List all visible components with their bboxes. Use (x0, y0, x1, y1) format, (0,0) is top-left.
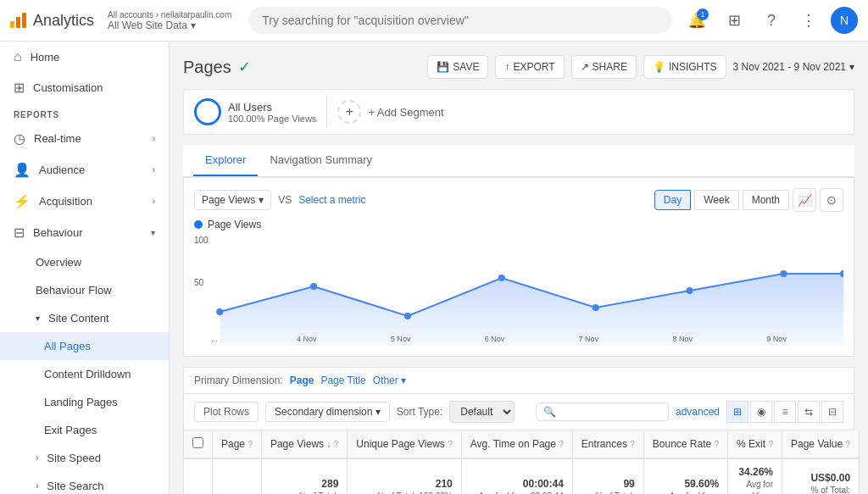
search-input[interactable] (248, 7, 672, 34)
sidebar-item-label: Home (31, 51, 60, 64)
account-selector[interactable]: All accounts › nellaitarpaulin.com All W… (108, 10, 231, 31)
svg-point-1 (310, 283, 317, 290)
table-search-input[interactable] (559, 406, 661, 418)
realtime-icon: ◷ (14, 130, 25, 147)
tab-navigation-summary[interactable]: Navigation Summary (258, 145, 384, 176)
chevron-down-icon: ▾ (151, 228, 155, 237)
sidebar-item-behaviour-flow[interactable]: Behaviour Flow (0, 276, 169, 304)
segment-info: All Users 100.00% Page Views (228, 101, 316, 124)
total-page-views: 289 % of Total: 100.00% (289) (261, 458, 347, 494)
sidebar-item-label: Exit Pages (44, 424, 97, 436)
date-range[interactable]: 3 Nov 2021 - 9 Nov 2021 ▾ (733, 61, 854, 73)
list-view-button[interactable]: ≡ (774, 401, 796, 423)
th-unique-page-views[interactable]: Unique Page Views ? (348, 430, 461, 458)
behaviour-icon: ⊟ (14, 225, 25, 241)
chevron-right-icon: › (36, 481, 38, 491)
y-axis-50: 50 (194, 278, 203, 287)
table-view-icons: ⊞ ◉ ≡ ⇆ ⊟ (726, 401, 843, 423)
sidebar-item-acquisition[interactable]: ⚡ Acquisition › (0, 186, 169, 217)
total-entrances: 99 % of Total: 100.00% (99) (572, 458, 643, 494)
content-header: Pages ✓ 💾 SAVE ↑ EXPORT ↗ SHARE (183, 55, 854, 79)
sidebar-item-landing-pages[interactable]: Landing Pages (0, 388, 169, 416)
sidebar-item-label: Site Content (48, 312, 109, 325)
dim-page-btn[interactable]: Page (290, 375, 314, 386)
help-icon: ? (846, 440, 851, 449)
pivot-view-button[interactable]: ⊟ (821, 401, 843, 423)
th-avg-time[interactable]: Avg. Time on Page ? (461, 430, 572, 458)
help-icon: ? (715, 440, 720, 449)
apps-button[interactable]: ⊞ (719, 5, 749, 36)
metric-dropdown[interactable]: Page Views ▾ (194, 190, 271, 210)
vs-label: VS (278, 194, 292, 206)
data-table: Page ? Page Views ↓ ? Unique Page Views … (183, 430, 860, 494)
avatar[interactable]: N (831, 7, 858, 34)
metric-label: Page Views (202, 194, 255, 206)
sidebar-item-label: Behaviour (33, 226, 83, 239)
sidebar-item-label: Audience (39, 164, 85, 176)
pie-view-button[interactable]: ◉ (750, 401, 772, 423)
total-checkbox-cell (184, 458, 213, 494)
segment-name: All Users (228, 101, 316, 114)
tabs-row: Explorer Navigation Summary (183, 145, 854, 177)
th-page-views[interactable]: Page Views ↓ ? (261, 430, 347, 458)
segment-circle (194, 98, 221, 125)
th-bounce-rate[interactable]: Bounce Rate ? (643, 430, 727, 458)
save-icon: 💾 (437, 61, 449, 73)
select-all-checkbox[interactable] (192, 437, 203, 448)
sidebar-item-label: Site Search (47, 480, 103, 492)
segment-item-all-users: All Users 100.00% Page Views (194, 98, 316, 125)
check-icon: ✓ (238, 58, 251, 76)
notification-badge: 1 (697, 8, 709, 20)
th-page-value[interactable]: Page Value ? (782, 430, 860, 458)
svg-text:7 Nov: 7 Nov (579, 335, 599, 343)
sidebar-item-all-pages[interactable]: All Pages (0, 332, 169, 360)
more-button[interactable]: ⋮ (793, 5, 824, 36)
grid-view-button[interactable]: ⊞ (726, 401, 748, 423)
help-button[interactable]: ? (756, 5, 787, 36)
compare-view-button[interactable]: ⇆ (798, 401, 820, 423)
segment-divider (326, 97, 327, 127)
logo-bar-3 (22, 13, 26, 28)
export-button[interactable]: ↑ EXPORT (495, 55, 564, 79)
sidebar-item-site-speed[interactable]: › Site Speed (0, 444, 169, 472)
svg-text:6 Nov: 6 Nov (485, 335, 505, 343)
bar-chart-button[interactable]: ⊙ (820, 188, 843, 212)
sidebar-item-site-search[interactable]: › Site Search (0, 472, 169, 494)
table-search[interactable]: 🔍 (536, 402, 669, 421)
help-icon: ? (630, 440, 635, 449)
reports-section-label: REPORTS (0, 103, 169, 123)
line-chart-button[interactable]: 📈 (793, 188, 816, 212)
sidebar-item-overview[interactable]: Overview (0, 248, 169, 276)
insights-button[interactable]: 💡 INSIGHTS (643, 55, 726, 79)
sidebar-item-behaviour[interactable]: ⊟ Behaviour ▾ (0, 217, 169, 248)
week-button[interactable]: Week (694, 190, 738, 210)
sidebar-item-content-drilldown[interactable]: Content Drilldown (0, 360, 169, 388)
sidebar-item-realtime[interactable]: ◷ Real-time › (0, 123, 169, 154)
month-button[interactable]: Month (743, 190, 789, 210)
main-layout: ⌂ Home ⊞ Customisation REPORTS ◷ Real-ti… (0, 42, 868, 494)
day-button[interactable]: Day (654, 190, 691, 210)
notifications-button[interactable]: 🔔 1 (682, 5, 712, 36)
sidebar-item-site-content[interactable]: ▾ Site Content (0, 304, 169, 332)
account-name[interactable]: All Web Site Data ▾ (108, 19, 231, 31)
sidebar-item-customisation[interactable]: ⊞ Customisation (0, 72, 169, 103)
plot-rows-button[interactable]: Plot Rows (194, 402, 259, 422)
add-segment-label: + Add Segment (368, 106, 443, 119)
sidebar-item-audience[interactable]: 👤 Audience › (0, 154, 169, 186)
sidebar-item-label: Behaviour Flow (36, 284, 112, 297)
select-metric-btn[interactable]: Select a metric (298, 194, 365, 206)
dim-page-title-btn[interactable]: Page Title (320, 375, 365, 386)
sort-select[interactable]: Default (449, 401, 515, 423)
tab-explorer[interactable]: Explorer (193, 145, 258, 176)
dim-other-btn[interactable]: Other ▾ (373, 375, 406, 386)
th-pct-exit[interactable]: % Exit ? (728, 430, 782, 458)
share-button[interactable]: ↗ SHARE (571, 55, 637, 79)
th-checkbox[interactable] (184, 430, 213, 458)
save-button[interactable]: 💾 SAVE (427, 55, 488, 79)
add-segment-button[interactable]: + + Add Segment (337, 100, 443, 124)
sidebar-item-home[interactable]: ⌂ Home (0, 42, 169, 72)
secondary-dim-button[interactable]: Secondary dimension ▾ (265, 402, 390, 422)
advanced-link[interactable]: advanced (676, 406, 720, 418)
th-entrances[interactable]: Entrances ? (572, 430, 643, 458)
sidebar-item-exit-pages[interactable]: Exit Pages (0, 416, 169, 444)
